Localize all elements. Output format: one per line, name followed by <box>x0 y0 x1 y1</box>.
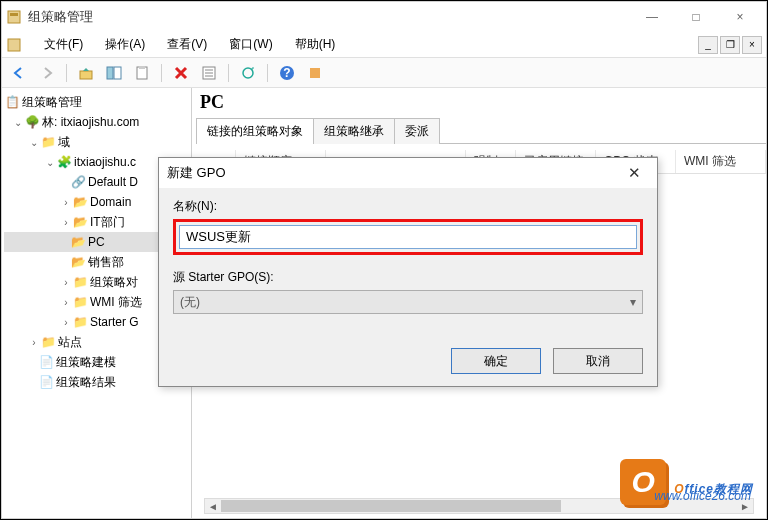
name-input[interactable] <box>179 225 637 249</box>
expand-icon[interactable]: › <box>60 297 72 308</box>
tree-sites[interactable]: 站点 <box>58 334 82 351</box>
tab-deleg[interactable]: 委派 <box>394 118 440 144</box>
folder-icon: 📁 <box>40 335 56 349</box>
window-title: 组策略管理 <box>28 8 630 26</box>
starter-label: 源 Starter GPO(S): <box>173 269 643 286</box>
mdi-restore-button[interactable]: ❐ <box>720 36 740 54</box>
expand-icon[interactable]: › <box>60 317 72 328</box>
starter-value: (无) <box>180 294 200 311</box>
scroll-thumb[interactable] <box>221 500 561 512</box>
chevron-down-icon: ▾ <box>630 295 636 309</box>
minimize-button[interactable]: — <box>630 3 674 31</box>
show-tree-icon[interactable] <box>103 62 125 84</box>
ou-icon: 📂 <box>72 215 88 229</box>
watermark-url: www.office26.com <box>654 489 751 503</box>
svg-rect-1 <box>10 13 18 16</box>
name-label: 名称(N): <box>173 198 643 215</box>
svg-rect-3 <box>80 71 92 79</box>
tab-inherit[interactable]: 组策略继承 <box>313 118 395 144</box>
ok-button[interactable]: 确定 <box>451 348 541 374</box>
clipboard-icon[interactable] <box>131 62 153 84</box>
delete-icon[interactable] <box>170 62 192 84</box>
refresh-icon[interactable] <box>237 62 259 84</box>
app-icon <box>6 9 22 25</box>
collapse-icon[interactable]: ⌄ <box>44 157 56 168</box>
tree-default[interactable]: Default D <box>88 175 138 189</box>
tree-sales[interactable]: 销售部 <box>88 254 124 271</box>
domain-icon: 🧩 <box>56 155 72 169</box>
tree-pc[interactable]: PC <box>88 235 105 249</box>
svg-rect-4 <box>107 67 113 79</box>
menu-file[interactable]: 文件(F) <box>34 34 93 55</box>
ou-icon: 📂 <box>72 195 88 209</box>
folder-icon: 📁 <box>72 295 88 309</box>
svg-text:?: ? <box>283 66 290 80</box>
svg-rect-2 <box>8 39 20 51</box>
svg-rect-15 <box>310 68 320 78</box>
gpo-link-icon: 🔗 <box>70 175 86 189</box>
mdi-min-button[interactable]: _ <box>698 36 718 54</box>
properties-icon[interactable] <box>198 62 220 84</box>
forest-icon: 🌳 <box>24 115 40 129</box>
menu-window[interactable]: 窗口(W) <box>219 34 282 55</box>
folder-icon: 📁 <box>72 275 88 289</box>
console-icon: 📋 <box>4 95 20 109</box>
forward-button[interactable] <box>36 62 58 84</box>
folder-icon: 📁 <box>40 135 56 149</box>
report-icon: 📄 <box>38 355 54 369</box>
up-folder-icon[interactable] <box>75 62 97 84</box>
report-icon: 📄 <box>38 375 54 389</box>
ou-icon: 📂 <box>70 235 86 249</box>
col-wmi[interactable]: WMI 筛选 <box>676 150 766 173</box>
menu-help[interactable]: 帮助(H) <box>285 34 346 55</box>
menu-view[interactable]: 查看(V) <box>157 34 217 55</box>
svg-rect-0 <box>8 11 20 23</box>
cancel-button[interactable]: 取消 <box>553 348 643 374</box>
tree-domains[interactable]: 域 <box>58 134 70 151</box>
scroll-left-icon[interactable]: ◄ <box>205 499 221 513</box>
app-menu-icon <box>6 37 22 53</box>
starter-select[interactable]: (无) ▾ <box>173 290 643 314</box>
stop-icon[interactable] <box>304 62 326 84</box>
tree-starter[interactable]: Starter G <box>90 315 139 329</box>
page-title: PC <box>196 90 766 115</box>
watermark: O Office教程网 www.office26.com <box>620 459 753 505</box>
tree-root[interactable]: 组策略管理 <box>22 94 82 111</box>
tree-it[interactable]: IT部门 <box>90 214 125 231</box>
new-gpo-dialog: 新建 GPO ✕ 名称(N): 源 Starter GPO(S): (无) ▾ … <box>158 157 658 387</box>
folder-icon: 📁 <box>72 315 88 329</box>
tree-result[interactable]: 组策略结果 <box>56 374 116 391</box>
tree-domain[interactable]: itxiaojishu.c <box>74 155 136 169</box>
tab-linked[interactable]: 链接的组策略对象 <box>196 118 314 144</box>
menu-action[interactable]: 操作(A) <box>95 34 155 55</box>
collapse-icon[interactable]: ⌄ <box>28 137 40 148</box>
tree-model[interactable]: 组策略建模 <box>56 354 116 371</box>
ou-icon: 📂 <box>70 255 86 269</box>
tree-wmi[interactable]: WMI 筛选 <box>90 294 142 311</box>
svg-rect-5 <box>114 67 121 79</box>
expand-icon[interactable]: › <box>28 337 40 348</box>
close-button[interactable]: × <box>718 3 762 31</box>
expand-icon[interactable]: › <box>60 277 72 288</box>
collapse-icon[interactable]: ⌄ <box>12 117 24 128</box>
expand-icon[interactable]: › <box>60 217 72 228</box>
dialog-close-button[interactable]: ✕ <box>619 161 649 185</box>
dialog-title: 新建 GPO <box>167 164 619 182</box>
expand-icon[interactable]: › <box>60 197 72 208</box>
maximize-button[interactable]: □ <box>674 3 718 31</box>
help-icon[interactable]: ? <box>276 62 298 84</box>
tree-forest[interactable]: 林: itxiaojishu.com <box>42 114 139 131</box>
tree-gpo[interactable]: 组策略对 <box>90 274 138 291</box>
tree-domainc[interactable]: Domain <box>90 195 131 209</box>
highlight-box <box>173 219 643 255</box>
mdi-close-button[interactable]: × <box>742 36 762 54</box>
back-button[interactable] <box>8 62 30 84</box>
svg-rect-7 <box>139 66 145 69</box>
